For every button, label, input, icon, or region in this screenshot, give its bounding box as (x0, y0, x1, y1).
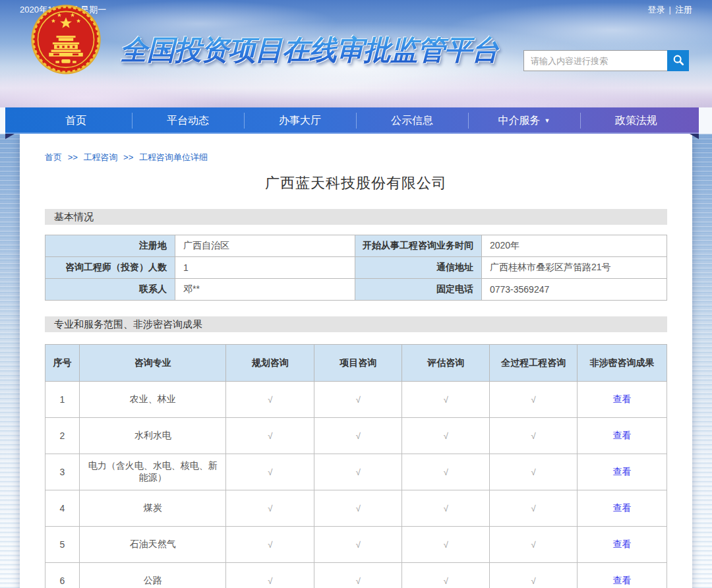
checkmark: √ (402, 418, 490, 454)
checkmark: √ (314, 527, 402, 563)
checkmark: √ (402, 382, 490, 418)
row-specialty: 电力（含火电、水电、核电、新能源） (79, 454, 226, 490)
site-title: 全国投资项目在线审批监管平台 (120, 32, 499, 69)
table-row: 4 煤炭 √ √ √ √ 查看 (45, 490, 667, 527)
checkmark: √ (314, 563, 402, 588)
search-icon (672, 54, 684, 68)
view-link[interactable]: 查看 (613, 502, 632, 513)
login-link[interactable]: 登录 (648, 5, 665, 15)
chevron-down-icon: ▼ (545, 117, 550, 124)
search-box (523, 50, 689, 71)
checkmark: √ (314, 490, 402, 527)
col-header-evaluation: 评估咨询 (402, 345, 490, 382)
field-label: 咨询工程师（投资）人数 (45, 257, 175, 279)
field-value: 2020年 (481, 235, 667, 257)
breadcrumb-separator: >> (123, 152, 133, 162)
nav-item-home[interactable]: 首页 (20, 107, 132, 134)
nav-item-public-info[interactable]: 公示信息 (356, 107, 468, 134)
content-card: 首页 >> 工程咨询 >> 工程咨询单位详细 广西蓝天科技股份有限公司 基本情况… (20, 134, 692, 588)
field-value: 邓** (175, 279, 355, 301)
row-specialty: 煤炭 (79, 490, 226, 527)
col-header-specialty: 咨询专业 (79, 345, 226, 382)
row-no: 3 (45, 454, 80, 490)
checkmark: √ (226, 490, 314, 527)
table-row: 6 公路 √ √ √ √ 查看 (45, 563, 667, 588)
table-row: 注册地 广西自治区 开始从事工程咨询业务时间 2020年 (45, 235, 667, 257)
search-input[interactable] (523, 50, 667, 71)
section-services: 专业和服务范围、非涉密咨询成果 (45, 316, 667, 332)
row-no: 6 (45, 563, 80, 588)
row-specialty: 石油天然气 (79, 527, 226, 563)
checkmark: √ (226, 563, 314, 588)
row-no: 5 (45, 527, 80, 563)
checkmark: √ (402, 527, 490, 563)
breadcrumb-consulting[interactable]: 工程咨询 (83, 152, 117, 162)
breadcrumb-home[interactable]: 首页 (45, 152, 62, 162)
checkmark: √ (490, 563, 578, 588)
row-no: 4 (45, 490, 80, 527)
col-header-no: 序号 (45, 345, 80, 382)
field-value: 0773-3569247 (481, 279, 667, 301)
field-value: 广西桂林市叠彩区芦笛路21号 (481, 257, 667, 279)
field-label: 通信地址 (355, 257, 481, 279)
nav-item-platform-news[interactable]: 平台动态 (132, 107, 244, 134)
nav-item-intermediary-services[interactable]: 中介服务 ▼ (468, 107, 580, 134)
checkmark: √ (490, 418, 578, 454)
register-link[interactable]: 注册 (675, 5, 692, 15)
checkmark: √ (490, 527, 578, 563)
col-header-whole-process: 全过程工程咨询 (490, 345, 578, 382)
site-header: 2020年11月9日 星期一 登录|注册 (0, 0, 712, 107)
services-table: 序号 咨询专业 规划咨询 项目咨询 评估咨询 全过程工程咨询 非涉密咨询成果 1… (45, 344, 667, 588)
nav-item-policies[interactable]: 政策法规 (580, 107, 692, 134)
search-button[interactable] (667, 50, 689, 71)
checkmark: √ (226, 382, 314, 418)
national-emblem-icon (29, 3, 103, 77)
table-row: 3 电力（含火电、水电、核电、新能源） √ √ √ √ 查看 (45, 454, 667, 490)
view-link[interactable]: 查看 (613, 430, 632, 440)
basic-info-table: 注册地 广西自治区 开始从事工程咨询业务时间 2020年 咨询工程师（投资）人数… (45, 235, 667, 301)
checkmark: √ (226, 418, 314, 454)
nav-item-service-hall[interactable]: 办事大厅 (244, 107, 356, 134)
table-header-row: 序号 咨询专业 规划咨询 项目咨询 评估咨询 全过程工程咨询 非涉密咨询成果 (45, 345, 667, 382)
view-link[interactable]: 查看 (613, 575, 632, 585)
field-label: 开始从事工程咨询业务时间 (355, 235, 481, 257)
checkmark: √ (314, 418, 402, 454)
brand-row: 全国投资项目在线审批监管平台 (0, 20, 712, 107)
view-link[interactable]: 查看 (613, 466, 632, 477)
field-label: 联系人 (45, 279, 175, 301)
table-row: 咨询工程师（投资）人数 1 通信地址 广西桂林市叠彩区芦笛路21号 (45, 257, 667, 279)
table-row: 5 石油天然气 √ √ √ √ 查看 (45, 527, 667, 563)
checkmark: √ (226, 454, 314, 490)
field-value: 广西自治区 (175, 235, 355, 257)
checkmark: √ (402, 563, 490, 588)
table-row: 联系人 邓** 固定电话 0773-3569247 (45, 279, 667, 301)
checkmark: √ (490, 490, 578, 527)
breadcrumb-unit-detail[interactable]: 工程咨询单位详细 (139, 152, 208, 162)
nav-items: 首页 平台动态 办事大厅 公示信息 中介服务 ▼ 政策法规 (20, 107, 692, 134)
top-bar: 2020年11月9日 星期一 登录|注册 (0, 0, 712, 20)
auth-links: 登录|注册 (648, 4, 692, 16)
col-header-project: 项目咨询 (314, 345, 402, 382)
checkmark: √ (402, 490, 490, 527)
table-row: 2 水利水电 √ √ √ √ 查看 (45, 418, 667, 454)
row-no: 1 (45, 382, 80, 418)
breadcrumb-separator: >> (68, 152, 78, 162)
checkmark: √ (314, 454, 402, 490)
checkmark: √ (402, 454, 490, 490)
row-specialty: 水利水电 (79, 418, 226, 454)
checkmark: √ (226, 527, 314, 563)
auth-divider: | (669, 5, 671, 15)
field-label: 固定电话 (355, 279, 481, 301)
table-row: 1 农业、林业 √ √ √ √ 查看 (45, 382, 667, 418)
view-link[interactable]: 查看 (613, 394, 632, 404)
checkmark: √ (490, 454, 578, 490)
section-basic-info: 基本情况 (45, 209, 667, 225)
field-value: 1 (175, 257, 355, 279)
view-link[interactable]: 查看 (613, 539, 632, 549)
checkmark: √ (314, 382, 402, 418)
col-header-planning: 规划咨询 (226, 345, 314, 382)
row-no: 2 (45, 418, 80, 454)
row-specialty: 农业、林业 (79, 382, 226, 418)
col-header-results: 非涉密咨询成果 (578, 345, 667, 382)
page-title: 广西蓝天科技股份有限公司 (45, 173, 667, 193)
